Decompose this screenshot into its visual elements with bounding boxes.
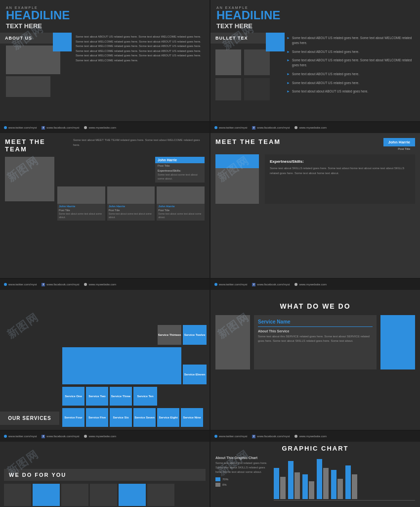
topbar-fb-8: f www.facebook.com/myst	[252, 435, 290, 438]
bullet-text-5: Some text about ABOUT US related goes he…	[292, 81, 359, 86]
topbar-fb-3: f www.facebook.com/myst	[42, 126, 79, 130]
svc-8: Service Eight	[157, 408, 179, 427]
what-we-do-title: WHAT DO WE DO	[210, 290, 420, 315]
web-icon-4	[294, 126, 297, 129]
web-icon-5	[84, 283, 87, 286]
bar-group-3	[302, 474, 314, 499]
bullet-item-5: ► Some text about ABOUT US related goes …	[287, 81, 415, 86]
svc-12: Service Twelve	[183, 325, 207, 345]
topbar-4: www.twitter.com/myst f www.facebook.com/…	[210, 122, 420, 133]
svc-1: Service One	[62, 387, 84, 406]
gray-sq-3	[215, 78, 241, 100]
chart-text-title: About This Graphic Chart	[215, 456, 270, 460]
topbar-twitter-3: www.twitter.com/myst	[4, 126, 37, 129]
service-detail-box: Service Name About This Service Some tex…	[254, 315, 377, 369]
web-icon-8	[294, 435, 297, 438]
slide-graphic-chart: 新图网 www.twitter.com/myst f www.facebook.…	[210, 431, 420, 507]
team-card-row-1: John Harrie Post Title Some text about s…	[57, 186, 105, 221]
topbar-8: www.twitter.com/myst f www.facebook.com/…	[210, 431, 420, 442]
bullet-text-6: Some text about about ABOUT US related g…	[292, 89, 368, 94]
topbar-web-6: www.mywebsite.com	[294, 283, 327, 286]
we-do-block-4	[90, 484, 117, 506]
bullet-item-6: ► Some text about about ABOUT US related…	[287, 89, 415, 94]
topbar-5: www.twitter.com/myst f www.facebook.com/…	[0, 279, 210, 290]
about-service-title: About This Service	[258, 329, 373, 333]
slide2-text-here: TEXT HERE	[216, 22, 414, 30]
slide2-headline: HEADILINE	[216, 9, 414, 21]
bullet-arrow-6: ►	[287, 90, 290, 93]
twitter-icon-8	[214, 435, 217, 438]
bar-chart	[274, 456, 415, 501]
skills-text: Some text about SKILLS related goes here…	[270, 166, 410, 176]
web-icon-7	[84, 435, 87, 438]
slide-we-do-for-you: 新图网 www.twitter.com/myst f www.facebook.…	[0, 431, 210, 507]
what-blue-rect	[380, 315, 415, 369]
bar-group-5	[331, 470, 343, 499]
we-do-block-1	[4, 484, 31, 506]
fb-icon-4: f	[252, 126, 255, 130]
svc-big-blue	[62, 347, 181, 384]
topbar-twitter-7: www.twitter.com/myst	[4, 435, 37, 438]
slide-our-services: 新图网 www.twitter.com/myst f www.facebook.…	[0, 279, 210, 430]
topbar-twitter-4: www.twitter.com/myst	[214, 126, 247, 129]
detail-photo-main	[215, 154, 259, 204]
team-photo-big	[5, 157, 54, 201]
web-icon-6	[294, 283, 297, 286]
we-do-block-3	[61, 484, 88, 506]
featured-title-text: Post Title	[398, 146, 415, 150]
twitter-icon-5	[4, 283, 7, 286]
topbar-web-5: www.mywebsite.com	[84, 283, 116, 286]
topbar-web-3: www.mywebsite.com	[84, 126, 116, 129]
service-name-text: Service Name	[258, 319, 373, 327]
slide-meet-team-overview: 新图网 www.twitter.com/myst f www.facebook.…	[0, 122, 210, 278]
topbar-fb-5: f www.facebook.com/myst	[42, 283, 79, 286]
bar-group-2	[288, 461, 300, 499]
topbar-web-8: www.mywebsite.com	[294, 435, 327, 438]
topbar-twitter-5: www.twitter.com/myst	[4, 283, 37, 286]
bullet-item-4: ► Some text about ABOUT US related goes …	[287, 72, 415, 77]
meet-team-title-4: MEET THE TEAM	[215, 138, 383, 145]
chart-text-body: Some text about this related goes here. …	[215, 461, 270, 474]
slide-bullet-text: 新图网 AN EXAMPLE HEADILINE TEXT HERE BULLE…	[210, 0, 420, 121]
topbar-web-4: www.mywebsite.com	[294, 126, 327, 129]
bullet-arrow-4: ►	[287, 72, 290, 76]
topbar-fb-7: f www.facebook.com/myst	[42, 435, 79, 438]
bar-group-6	[345, 465, 357, 499]
bullet-arrow-2: ►	[287, 50, 290, 53]
fb-icon-8: f	[252, 435, 255, 438]
bullet-arrow-3: ►	[287, 58, 290, 62]
bullet-text-4: Some text about ABOUT US related goes he…	[292, 72, 359, 77]
we-do-block-6	[147, 484, 174, 506]
featured-name-box: John Harrie	[383, 138, 415, 146]
blue-corner-deco	[53, 33, 72, 51]
featured-card: John Harrie Post Title Expertness/Skills…	[155, 157, 205, 183]
gray-box-1	[6, 46, 60, 74]
blue-corner-deco2	[266, 33, 285, 51]
we-do-title: WE DO FOR YOU	[4, 469, 206, 481]
svc-5: Service Five	[86, 408, 108, 427]
bullet-text-1: Some text about ABOUT US related goes he…	[292, 36, 415, 46]
fb-icon-3: f	[42, 126, 45, 130]
topbar-fb-4: f www.facebook.com/myst	[252, 126, 290, 130]
slide-meet-team-detail: 新图网 www.twitter.com/myst f www.facebook.…	[210, 122, 420, 278]
gray-sq-2	[244, 49, 270, 75]
twitter-icon-6	[214, 283, 217, 286]
legend-blue	[215, 477, 220, 481]
svc-3: Service Three	[110, 387, 132, 406]
topbar-twitter-8: www.twitter.com/myst	[214, 435, 247, 438]
about-service-text: Some text about this SERVICE related goe…	[258, 334, 373, 343]
svc-6: Service Six	[110, 408, 132, 427]
bullet-item-3: ► Some text about ABOUT US related goes …	[287, 58, 415, 68]
svc-7: Service Seven	[133, 408, 156, 427]
slide1-text-here: TEXT HERE	[6, 22, 204, 30]
services-title: OUR SERVICES	[0, 412, 59, 425]
we-do-block-5	[119, 484, 146, 506]
chart-title: GRAPHIC CHART	[210, 442, 420, 454]
bullet-text-2: Some text about ABOUT US related goes he…	[292, 49, 359, 54]
slide1-body-text: Some text about ABOUT US related goes he…	[72, 33, 210, 119]
slide-grid: 新图网 AN EXAMPLE HEADILINE TEXT HERE ABOUT…	[0, 0, 420, 507]
topbar-web-7: www.mywebsite.com	[84, 435, 116, 438]
gray-box-2	[6, 76, 50, 97]
we-do-block-2	[33, 484, 60, 506]
bullet-arrow-5: ►	[287, 81, 290, 85]
